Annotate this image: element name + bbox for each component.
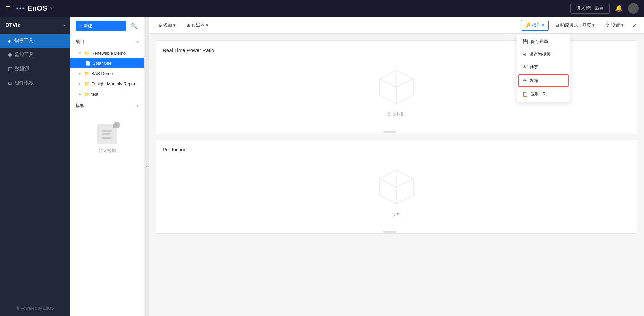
publish-label: 发布: [530, 78, 538, 84]
top-nav: ☰ ✦✦✦ EnOS ™ 进入管理后台 🔔: [0, 0, 644, 17]
settings-icon: ⏱: [605, 22, 610, 28]
operation-dropdown-menu: 💾 保存布局 ⊞ 保存为模板 👁 预览 ✈ 发布 📋 复制URL: [517, 34, 570, 102]
widget-resize-handle-2[interactable]: [383, 231, 396, 233]
toolbar-left: ⊕ 添加 ▾ ⊞ 过滤器 ▾: [154, 20, 212, 30]
add-label: 添加: [163, 22, 172, 28]
left-sidebar: DTViz › ◈ 指标工具 ◉ 监控工具 ◫ 数据源 ⊡ 组件模板 © Pow…: [0, 17, 70, 316]
logo-area: ✦✦✦ EnOS ™: [16, 4, 53, 13]
save-template-label: 保存为模板: [529, 51, 551, 57]
content-area: ⊕ 添加 ▾ ⊞ 过滤器 ▾ 🔑 操作 ▾ ⊟ 响应模式：网页: [149, 17, 644, 316]
zujian-icon: ⊡: [8, 80, 12, 86]
projects-collapse-icon: ▾: [137, 39, 139, 44]
template-icon: ···: [97, 124, 117, 144]
folder-icon: 📁: [84, 92, 89, 97]
templates-section-header[interactable]: 模板 ▾: [70, 99, 144, 112]
tree-item-test[interactable]: ► 📁 test: [70, 89, 144, 99]
top-nav-left: ☰ ✦✦✦ EnOS ™: [5, 4, 53, 13]
filter-arrow-icon: ▾: [206, 22, 208, 28]
renewable-arrow-icon: ▼: [78, 51, 82, 55]
settings-button[interactable]: ⏱ 设置 ▾: [601, 20, 628, 30]
response-mode-button[interactable]: ⊟ 响应模式：网页 ▾: [551, 20, 599, 30]
file-panel-header: + 新建 🔍: [70, 17, 144, 35]
sidebar-item-label: 组件模板: [15, 80, 34, 86]
preview-icon: 👁: [522, 64, 527, 70]
sidebar-item-zujian[interactable]: ⊡ 组件模板: [0, 76, 70, 90]
tree-sub-item-solar-site[interactable]: 📄 Solar Site: [70, 58, 144, 68]
template-area: ··· 暂无数据: [70, 112, 144, 316]
svg-marker-3: [396, 79, 413, 104]
projects-label: 项目: [76, 39, 85, 45]
doc-icon: 📄: [85, 61, 91, 66]
add-icon: ⊕: [158, 22, 162, 28]
sidebar-item-zhibiao[interactable]: ◈ 指标工具: [0, 34, 70, 48]
filter-icon: ⊞: [186, 22, 190, 28]
user-avatar[interactable]: [628, 3, 639, 14]
sidebar-footer: © Powered by EnOS: [0, 301, 70, 316]
bas-demo-label: BAS Demo: [91, 71, 113, 76]
search-icon[interactable]: 🔍: [129, 21, 139, 31]
sidebar-brand-text: DTViz: [5, 22, 20, 28]
folder-icon: 📁: [84, 81, 89, 86]
dropdown-item-copy-url[interactable]: 📋 复制URL: [517, 88, 570, 100]
logo-tm: ™: [49, 7, 53, 10]
copy-url-label: 复制URL: [531, 91, 548, 97]
add-button[interactable]: ⊕ 添加 ▾: [154, 20, 180, 30]
test-arrow-icon: ►: [78, 92, 82, 96]
settings-arrow-icon: ▾: [621, 22, 624, 28]
empty-cube-icon-2: [376, 167, 417, 207]
sidebar-item-label: 数据源: [15, 66, 29, 72]
template-line: [102, 137, 112, 139]
expand-button[interactable]: ⤢: [630, 20, 639, 30]
template-line: [102, 130, 112, 132]
tree-item-ensight[interactable]: ► 📁 Ensight Monthly Report: [70, 79, 144, 89]
test-label: test: [91, 92, 98, 97]
jiankong-icon: ◉: [8, 52, 12, 57]
ensight-label: Ensight Monthly Report: [91, 81, 137, 86]
response-icon: ⊟: [555, 22, 559, 28]
dropdown-item-save-template[interactable]: ⊞ 保存为模板: [517, 48, 570, 61]
dropdown-item-preview[interactable]: 👁 预览: [517, 61, 570, 74]
sidebar-item-jiankong[interactable]: ◉ 监控工具: [0, 48, 70, 62]
logo-text: EnOS: [27, 4, 47, 13]
chat-bubble-icon: ···: [113, 122, 120, 128]
publish-icon: ✈: [523, 78, 527, 83]
top-nav-right: 进入管理后台 🔔: [570, 3, 639, 14]
hamburger-icon[interactable]: ☰: [5, 5, 11, 12]
file-panel: + 新建 🔍 项目 ▾ ▼ 📁 Renewable Demo 📄 Solar S…: [70, 17, 144, 316]
widget-empty-text: 暂无数据: [388, 111, 405, 117]
new-button[interactable]: + 新建: [76, 21, 126, 31]
dropdown-item-publish[interactable]: ✈ 发布: [518, 74, 569, 87]
collapse-handle[interactable]: ‹: [144, 17, 149, 316]
folder-icon: 📁: [84, 51, 89, 56]
widget-empty: type: [163, 158, 630, 225]
sidebar-item-shuju[interactable]: ◫ 数据源: [0, 62, 70, 76]
template-empty-text: 暂无数据: [99, 148, 116, 154]
response-label: 响应模式：网页: [560, 22, 591, 28]
projects-section-header[interactable]: 项目 ▾: [70, 35, 144, 48]
widget-type-text: type: [392, 211, 401, 216]
operation-icon: 🔑: [525, 22, 531, 28]
admin-button[interactable]: 进入管理后台: [570, 3, 610, 14]
templates-collapse-icon: ▾: [137, 103, 139, 108]
sidebar-brand[interactable]: DTViz ›: [0, 17, 70, 34]
solar-site-label: Solar Site: [93, 61, 111, 66]
save-template-icon: ⊞: [522, 52, 526, 57]
svg-marker-9: [380, 179, 396, 204]
sidebar-nav: ◈ 指标工具 ◉ 监控工具 ◫ 数据源 ⊡ 组件模板: [0, 34, 70, 301]
ensight-arrow-icon: ►: [78, 82, 82, 86]
folder-icon: 📁: [84, 71, 89, 76]
bell-icon[interactable]: 🔔: [615, 5, 623, 12]
toolbar: ⊕ 添加 ▾ ⊞ 过滤器 ▾ 🔑 操作 ▾ ⊟ 响应模式：网页: [149, 17, 644, 34]
operation-button[interactable]: 🔑 操作 ▾: [521, 20, 549, 31]
filter-button[interactable]: ⊞ 过滤器 ▾: [182, 20, 212, 30]
operation-arrow-icon: ▾: [542, 22, 544, 28]
tree-item-renewable-demo[interactable]: ▼ 📁 Renewable Demo: [70, 48, 144, 58]
widget-resize-handle[interactable]: [383, 131, 396, 133]
copy-url-icon: 📋: [522, 91, 528, 97]
template-lines: [102, 130, 112, 139]
dropdown-item-save-layout[interactable]: 💾 保存布局: [517, 35, 570, 48]
sidebar-item-label: 监控工具: [15, 52, 34, 58]
widget-card-production: Production type: [156, 140, 637, 234]
renewable-demo-label: Renewable Demo: [91, 51, 126, 56]
tree-item-bas-demo[interactable]: ► 📁 BAS Demo: [70, 68, 144, 79]
